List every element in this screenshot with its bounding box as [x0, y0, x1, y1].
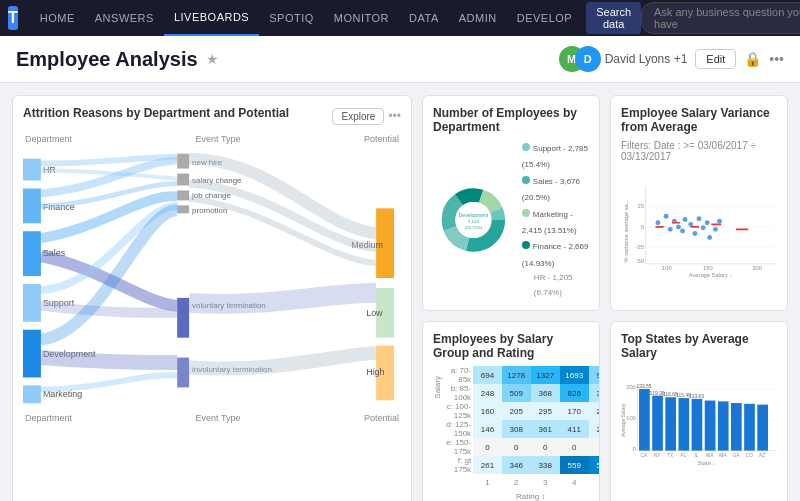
svg-point-63: [705, 220, 710, 225]
svg-rect-83: [652, 396, 663, 451]
svg-rect-91: [705, 401, 716, 451]
top-states-title: Top States by Average Salary: [621, 332, 777, 360]
svg-text:0: 0: [641, 224, 644, 230]
header-right: M D David Lyons +1 Edit 🔒 •••: [559, 46, 784, 72]
svg-rect-81: [639, 389, 650, 451]
attrition-header: Attrition Reasons by Department and Pote…: [23, 106, 401, 126]
svg-text:IL: IL: [694, 453, 698, 458]
donut-chart: Development 5,144 (28.75%): [433, 155, 514, 285]
nav-home[interactable]: HOME: [30, 0, 85, 36]
ask-search-bar[interactable]: Ask any business question you have: [641, 2, 800, 34]
salary-group-title: Employees by Salary Group and Rating: [433, 332, 589, 360]
variance-title: Employee Salary Variance from Average: [621, 106, 777, 134]
svg-text:133.55: 133.55: [636, 384, 651, 389]
col3-bottom-label: Potential: [364, 413, 399, 423]
donut-legend: Support - 2,785 (15.4%) Sales - 3,676 (2…: [522, 140, 589, 300]
nav-right-area: Ask any business question you have ? M: [641, 2, 800, 34]
page-title: Employee Analysis: [16, 48, 198, 71]
sankey-diagram: HR Finance Sales Support Development Mar…: [23, 148, 401, 408]
svg-point-54: [668, 227, 673, 232]
page-header: Employee Analysis ★ M D David Lyons +1 E…: [0, 36, 800, 83]
col1-label: Department: [25, 134, 72, 144]
nav-monitor[interactable]: MONITOR: [324, 0, 399, 36]
svg-rect-0: [23, 159, 41, 181]
top-nav: T HOME ANSWERS LIVEBOARDS SPOTIQ MONITOR…: [0, 0, 800, 36]
nav-admin[interactable]: ADMIN: [449, 0, 507, 36]
x-axis-label-rating: Rating ↕: [444, 492, 600, 501]
svg-text:-25: -25: [636, 244, 644, 250]
svg-text:NY: NY: [654, 453, 662, 458]
svg-rect-89: [692, 399, 703, 451]
svg-text:Average Salary ↓: Average Salary ↓: [689, 272, 733, 278]
svg-rect-22: [177, 358, 189, 388]
svg-point-60: [692, 231, 697, 236]
svg-point-53: [664, 214, 669, 219]
avatar-d: D: [575, 46, 601, 72]
svg-rect-2: [23, 188, 41, 223]
favorite-icon[interactable]: ★: [206, 51, 219, 67]
svg-text:Average Salary: Average Salary: [621, 403, 626, 437]
search-data-button[interactable]: Search data: [586, 2, 641, 34]
top-states-card: Top States by Average Salary 200 100 0 1…: [610, 321, 788, 501]
svg-rect-20: [177, 298, 189, 338]
nav-spotiq[interactable]: SPOTIQ: [259, 0, 324, 36]
attrition-title: Attrition Reasons by Department and Pote…: [23, 106, 289, 120]
svg-point-58: [683, 217, 688, 222]
svg-text:GA: GA: [732, 453, 740, 458]
lock-icon[interactable]: 🔒: [744, 51, 761, 67]
svg-rect-93: [731, 403, 742, 451]
svg-text:AZ: AZ: [759, 453, 765, 458]
nav-answers[interactable]: ANSWERS: [85, 0, 164, 36]
svg-point-65: [713, 227, 718, 232]
svg-point-61: [697, 216, 702, 221]
svg-text:113.63: 113.63: [689, 394, 704, 399]
svg-rect-14: [177, 174, 189, 186]
y-axis-label: Salary: [433, 376, 442, 399]
dashboard: Attrition Reasons by Department and Pote…: [0, 83, 800, 501]
svg-point-56: [676, 224, 681, 229]
svg-text:100: 100: [662, 265, 672, 271]
svg-point-52: [655, 220, 660, 225]
donut-title: Number of Employees by Department: [433, 106, 589, 134]
sankey-col-labels-top: Department Event Type Potential: [23, 134, 401, 144]
avatar-group: M D David Lyons +1: [559, 46, 688, 72]
svg-point-57: [680, 229, 685, 234]
user-name: David Lyons +1: [605, 52, 688, 66]
salary-group-card: Employees by Salary Group and Rating Sal…: [422, 321, 600, 501]
heatmap-table: a: 70-85k 694 1278 1327 1693 987 b: 85-1…: [444, 366, 600, 490]
more-options-icon[interactable]: •••: [769, 51, 784, 67]
variance-card: Employee Salary Variance from Average Fi…: [610, 95, 788, 311]
col2-label: Event Type: [196, 134, 241, 144]
nav-liveboards[interactable]: LIVEBOARDS: [164, 0, 259, 36]
svg-rect-16: [177, 190, 189, 200]
page-title-area: Employee Analysis ★: [16, 48, 219, 71]
svg-text:High: High: [366, 367, 384, 377]
employees-dept-card: Number of Employees by Department Develo…: [422, 95, 600, 311]
heatmap-area: a: 70-85k 694 1278 1327 1693 987 b: 85-1…: [444, 366, 600, 501]
svg-rect-8: [23, 330, 41, 378]
app-logo[interactable]: T: [8, 6, 18, 30]
svg-rect-6: [23, 284, 41, 322]
svg-text:100: 100: [626, 415, 636, 421]
svg-text:FL: FL: [681, 453, 687, 458]
svg-text:300: 300: [752, 265, 762, 271]
svg-text:TX: TX: [667, 453, 674, 458]
col1-bottom-label: Department: [25, 413, 72, 423]
svg-text:0: 0: [633, 446, 636, 452]
attrition-more-icon[interactable]: •••: [388, 109, 401, 123]
nav-develop[interactable]: DEVELOP: [507, 0, 582, 36]
nav-data[interactable]: DATA: [399, 0, 449, 36]
edit-button[interactable]: Edit: [695, 49, 736, 69]
sankey-col-labels-bottom: Department Event Type Potential: [23, 413, 401, 423]
svg-text:WA: WA: [706, 453, 714, 458]
explore-button[interactable]: Explore: [332, 108, 384, 125]
salary-group-chart-area: Salary a: 70-85k 694 1278 1327 1693 987 …: [433, 366, 589, 501]
svg-point-66: [717, 219, 722, 224]
svg-text:MA: MA: [719, 453, 727, 458]
svg-text:Low: Low: [366, 308, 383, 318]
variance-filter: Filters: Date : >= 03/06/2017 ÷ 03/13/20…: [621, 140, 777, 162]
svg-rect-87: [678, 398, 689, 451]
svg-rect-94: [744, 404, 755, 451]
col3-label: Potential: [364, 134, 399, 144]
svg-text:150: 150: [703, 265, 713, 271]
